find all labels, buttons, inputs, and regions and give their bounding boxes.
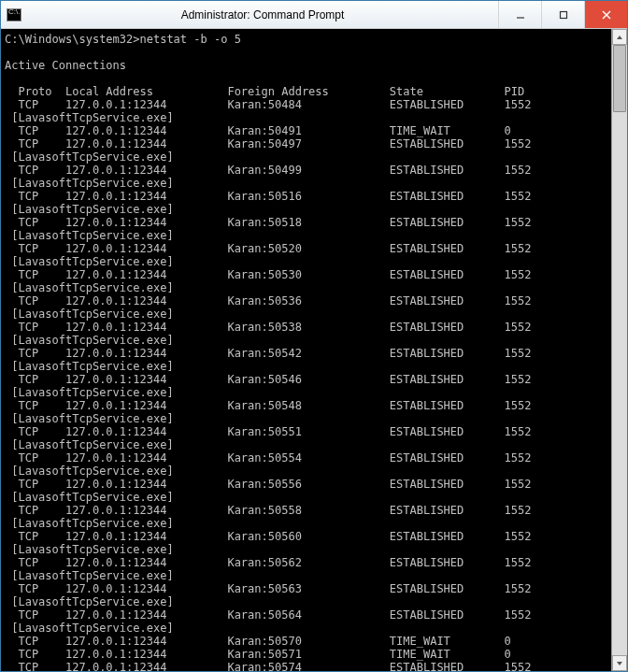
titlebar[interactable]: C:\. Administrator: Command Prompt [1,1,627,29]
vertical-scrollbar[interactable] [611,29,627,671]
command-prompt-window: C:\. Administrator: Command Prompt C:\Wi… [0,0,628,672]
scroll-up-button[interactable] [612,29,627,45]
window-title: Administrator: Command Prompt [27,1,498,28]
cmd-icon: C:\. [7,8,21,21]
svg-marker-5 [617,662,622,665]
window-buttons [498,1,627,28]
maximize-button[interactable] [541,1,584,28]
console-client-area: C:\Windows\system32>netstat -b -o 5 Acti… [1,29,627,671]
minimize-button[interactable] [498,1,541,28]
scrollbar-track[interactable] [612,45,627,655]
svg-marker-4 [617,36,622,39]
console-output[interactable]: C:\Windows\system32>netstat -b -o 5 Acti… [1,29,611,671]
scroll-down-button[interactable] [612,655,627,671]
svg-rect-1 [560,11,566,18]
scrollbar-thumb[interactable] [613,45,626,112]
app-icon: C:\. [1,1,27,28]
close-button[interactable] [584,1,627,28]
